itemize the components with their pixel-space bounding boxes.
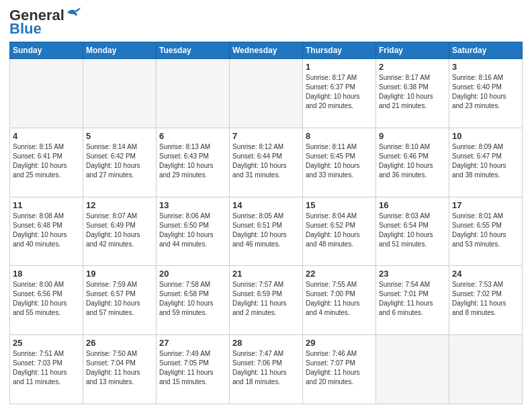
day-info: Sunrise: 7:46 AM Sunset: 7:07 PM Dayligh… (306, 349, 373, 387)
logo-blue: Blue (9, 20, 42, 38)
day-info: Sunrise: 8:03 AM Sunset: 6:54 PM Dayligh… (379, 212, 446, 249)
calendar-cell: 9Sunrise: 8:10 AM Sunset: 6:46 PM Daylig… (376, 128, 449, 197)
day-info: Sunrise: 8:04 AM Sunset: 6:52 PM Dayligh… (306, 212, 373, 249)
day-info: Sunrise: 8:15 AM Sunset: 6:41 PM Dayligh… (13, 142, 80, 180)
calendar-cell: 27Sunrise: 7:49 AM Sunset: 7:05 PM Dayli… (157, 335, 230, 404)
calendar-cell: 26Sunrise: 7:50 AM Sunset: 7:04 PM Dayli… (83, 335, 157, 404)
week-row-4: 18Sunrise: 8:00 AM Sunset: 6:56 PM Dayli… (10, 266, 523, 335)
day-number: 4 (13, 131, 80, 141)
day-number: 14 (232, 200, 300, 210)
calendar-cell: 21Sunrise: 7:57 AM Sunset: 6:59 PM Dayli… (230, 266, 303, 335)
day-number: 11 (13, 200, 80, 210)
day-number: 10 (452, 131, 519, 141)
day-number: 13 (159, 200, 226, 210)
day-number: 15 (306, 200, 373, 210)
calendar-cell (376, 335, 449, 404)
day-info: Sunrise: 8:13 AM Sunset: 6:43 PM Dayligh… (159, 142, 226, 180)
day-info: Sunrise: 7:54 AM Sunset: 7:01 PM Dayligh… (379, 280, 446, 318)
day-number: 8 (306, 131, 373, 141)
calendar-cell: 7Sunrise: 8:12 AM Sunset: 6:44 PM Daylig… (230, 128, 303, 197)
calendar-cell: 1Sunrise: 8:17 AM Sunset: 6:37 PM Daylig… (303, 59, 376, 128)
day-number: 20 (159, 269, 226, 279)
day-info: Sunrise: 7:50 AM Sunset: 7:04 PM Dayligh… (86, 349, 153, 387)
page: General Blue SundayMondayTuesdayWednesda… (0, 0, 532, 411)
logo-bird-icon (66, 7, 81, 19)
day-number: 2 (379, 62, 446, 72)
calendar-cell: 4Sunrise: 8:15 AM Sunset: 6:41 PM Daylig… (10, 128, 83, 197)
calendar-cell: 28Sunrise: 7:47 AM Sunset: 7:06 PM Dayli… (230, 335, 303, 404)
calendar-cell (83, 59, 157, 128)
day-info: Sunrise: 7:53 AM Sunset: 7:02 PM Dayligh… (452, 280, 519, 318)
day-info: Sunrise: 8:01 AM Sunset: 6:55 PM Dayligh… (452, 212, 519, 249)
calendar-cell: 22Sunrise: 7:55 AM Sunset: 7:00 PM Dayli… (303, 266, 376, 335)
calendar-cell: 29Sunrise: 7:46 AM Sunset: 7:07 PM Dayli… (303, 335, 376, 404)
day-info: Sunrise: 7:59 AM Sunset: 6:57 PM Dayligh… (86, 280, 153, 318)
day-number: 22 (306, 269, 373, 279)
day-info: Sunrise: 7:57 AM Sunset: 6:59 PM Dayligh… (232, 280, 300, 318)
calendar-cell: 13Sunrise: 8:06 AM Sunset: 6:50 PM Dayli… (157, 197, 230, 266)
calendar-cell: 12Sunrise: 8:07 AM Sunset: 6:49 PM Dayli… (83, 197, 157, 266)
calendar-cell (230, 59, 303, 128)
day-info: Sunrise: 8:06 AM Sunset: 6:50 PM Dayligh… (159, 212, 226, 249)
weekday-header-row: SundayMondayTuesdayWednesdayThursdayFrid… (10, 42, 523, 59)
calendar-cell: 6Sunrise: 8:13 AM Sunset: 6:43 PM Daylig… (157, 128, 230, 197)
day-number: 21 (232, 269, 300, 279)
calendar-cell: 10Sunrise: 8:09 AM Sunset: 6:47 PM Dayli… (449, 128, 523, 197)
day-number: 23 (379, 269, 446, 279)
day-number: 17 (452, 200, 519, 210)
day-number: 1 (306, 62, 373, 72)
day-number: 9 (379, 131, 446, 141)
day-info: Sunrise: 8:09 AM Sunset: 6:47 PM Dayligh… (452, 142, 519, 180)
weekday-header-wednesday: Wednesday (230, 42, 303, 59)
week-row-3: 11Sunrise: 8:08 AM Sunset: 6:48 PM Dayli… (10, 197, 523, 266)
weekday-header-sunday: Sunday (10, 42, 83, 59)
day-number: 5 (86, 131, 153, 141)
weekday-header-saturday: Saturday (449, 42, 523, 59)
day-number: 26 (86, 338, 153, 348)
day-info: Sunrise: 8:12 AM Sunset: 6:44 PM Dayligh… (232, 142, 300, 180)
weekday-header-tuesday: Tuesday (157, 42, 230, 59)
day-info: Sunrise: 8:14 AM Sunset: 6:42 PM Dayligh… (86, 142, 153, 180)
day-info: Sunrise: 7:49 AM Sunset: 7:05 PM Dayligh… (159, 349, 226, 387)
calendar-cell: 14Sunrise: 8:05 AM Sunset: 6:51 PM Dayli… (230, 197, 303, 266)
weekday-header-friday: Friday (376, 42, 449, 59)
day-number: 3 (452, 62, 519, 72)
day-number: 12 (86, 200, 153, 210)
day-info: Sunrise: 8:11 AM Sunset: 6:45 PM Dayligh… (306, 142, 373, 180)
calendar-cell: 5Sunrise: 8:14 AM Sunset: 6:42 PM Daylig… (83, 128, 157, 197)
day-info: Sunrise: 8:10 AM Sunset: 6:46 PM Dayligh… (379, 142, 446, 180)
calendar-table: SundayMondayTuesdayWednesdayThursdayFrid… (9, 42, 523, 404)
day-number: 18 (13, 269, 80, 279)
calendar-cell (157, 59, 230, 128)
calendar-cell: 16Sunrise: 8:03 AM Sunset: 6:54 PM Dayli… (376, 197, 449, 266)
calendar-cell: 25Sunrise: 7:51 AM Sunset: 7:03 PM Dayli… (10, 335, 83, 404)
day-info: Sunrise: 8:16 AM Sunset: 6:40 PM Dayligh… (452, 73, 519, 111)
day-info: Sunrise: 7:55 AM Sunset: 7:00 PM Dayligh… (306, 280, 373, 318)
calendar-cell (449, 335, 523, 404)
day-number: 25 (13, 338, 80, 348)
calendar-cell: 24Sunrise: 7:53 AM Sunset: 7:02 PM Dayli… (449, 266, 523, 335)
calendar-cell: 11Sunrise: 8:08 AM Sunset: 6:48 PM Dayli… (10, 197, 83, 266)
day-number: 29 (306, 338, 373, 348)
calendar-cell: 8Sunrise: 8:11 AM Sunset: 6:45 PM Daylig… (303, 128, 376, 197)
day-info: Sunrise: 8:05 AM Sunset: 6:51 PM Dayligh… (232, 212, 300, 249)
logo: General Blue (9, 7, 81, 38)
week-row-2: 4Sunrise: 8:15 AM Sunset: 6:41 PM Daylig… (10, 128, 523, 197)
day-info: Sunrise: 8:17 AM Sunset: 6:37 PM Dayligh… (306, 73, 373, 111)
calendar-cell: 20Sunrise: 7:58 AM Sunset: 6:58 PM Dayli… (157, 266, 230, 335)
week-row-5: 25Sunrise: 7:51 AM Sunset: 7:03 PM Dayli… (10, 335, 523, 404)
calendar-cell: 23Sunrise: 7:54 AM Sunset: 7:01 PM Dayli… (376, 266, 449, 335)
day-number: 7 (232, 131, 300, 141)
day-number: 16 (379, 200, 446, 210)
day-info: Sunrise: 7:51 AM Sunset: 7:03 PM Dayligh… (13, 349, 80, 387)
day-info: Sunrise: 7:58 AM Sunset: 6:58 PM Dayligh… (159, 280, 226, 318)
day-info: Sunrise: 8:17 AM Sunset: 6:38 PM Dayligh… (379, 73, 446, 111)
calendar-cell: 17Sunrise: 8:01 AM Sunset: 6:55 PM Dayli… (449, 197, 523, 266)
day-info: Sunrise: 8:00 AM Sunset: 6:56 PM Dayligh… (13, 280, 80, 318)
day-number: 6 (159, 131, 226, 141)
calendar-cell: 18Sunrise: 8:00 AM Sunset: 6:56 PM Dayli… (10, 266, 83, 335)
day-number: 27 (159, 338, 226, 348)
calendar-cell: 19Sunrise: 7:59 AM Sunset: 6:57 PM Dayli… (83, 266, 157, 335)
calendar-cell: 2Sunrise: 8:17 AM Sunset: 6:38 PM Daylig… (376, 59, 449, 128)
calendar-cell: 3Sunrise: 8:16 AM Sunset: 6:40 PM Daylig… (449, 59, 523, 128)
